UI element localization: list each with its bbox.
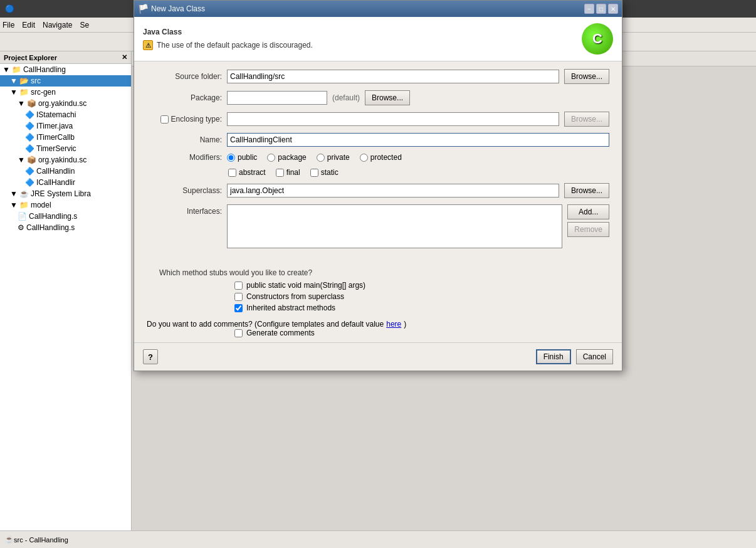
superclass-input[interactable] <box>227 184 559 198</box>
comments-here-link[interactable]: here <box>386 320 401 329</box>
radio-private-label: private <box>317 153 350 162</box>
name-row: Name: <box>147 133 609 147</box>
enclosing-type-browse-button: Browse... <box>564 112 609 127</box>
abstract-check-label: abstract <box>228 168 266 177</box>
generate-comments-checkbox[interactable] <box>234 329 243 337</box>
interfaces-add-button[interactable]: Add... <box>567 204 609 219</box>
radio-package-label: package <box>267 153 306 162</box>
stub-constructors-text: Constructors from superclass <box>246 292 344 301</box>
package-browse-button[interactable]: Browse... <box>365 90 410 105</box>
modifiers-checkboxes: abstract final static <box>147 168 609 177</box>
final-text: final <box>286 168 300 177</box>
name-input[interactable] <box>227 133 609 147</box>
stub-inherited-text: Inherited abstract methods <box>246 303 335 312</box>
dialog-warning: ⚠ The use of the default package is disc… <box>143 40 313 50</box>
source-folder-browse-button[interactable]: Browse... <box>564 69 609 84</box>
stub-main-text: public static void main(String[] args) <box>246 281 365 290</box>
eclipse-logo: C <box>582 23 613 55</box>
source-folder-input[interactable] <box>227 70 559 83</box>
stub-inherited-row: Inherited abstract methods <box>147 303 609 312</box>
source-folder-label: Source folder: <box>147 72 222 81</box>
package-row: Package: (default) Browse... <box>147 90 609 105</box>
radio-protected-text: protected <box>370 153 402 162</box>
dialog-close-button[interactable]: ✕ <box>608 4 618 14</box>
finish-button[interactable]: Finish <box>536 349 571 364</box>
comments-title: Do you want to add comments? (Configure … <box>147 320 384 329</box>
warning-icon: ⚠ <box>143 40 153 50</box>
footer-buttons: Finish Cancel <box>536 349 613 364</box>
generate-comments-row: Generate comments <box>147 329 609 337</box>
dialog-maximize-button[interactable]: □ <box>596 4 606 14</box>
stub-constructors-checkbox[interactable] <box>234 293 243 301</box>
radio-protected[interactable] <box>360 154 368 162</box>
interfaces-remove-button: Remove <box>567 222 609 237</box>
radio-private[interactable] <box>317 154 325 162</box>
superclass-browse-button[interactable]: Browse... <box>564 183 609 198</box>
radio-public[interactable] <box>227 154 235 162</box>
cancel-button[interactable]: Cancel <box>576 349 613 364</box>
interfaces-label: Interfaces: <box>147 204 222 216</box>
package-label: Package: <box>147 93 222 102</box>
radio-package-text: package <box>278 153 306 162</box>
superclass-label: Superclass: <box>147 186 222 195</box>
enclosing-type-input[interactable] <box>227 112 559 126</box>
interfaces-row: Interfaces: Add... Remove <box>147 204 609 248</box>
name-label: Name: <box>147 135 222 144</box>
interfaces-textarea[interactable] <box>227 204 562 248</box>
abstract-checkbox[interactable] <box>228 169 236 177</box>
static-check-label: static <box>310 168 339 177</box>
stub-main-checkbox[interactable] <box>234 282 243 290</box>
dialog-header-left: Java Class ⚠ The use of the default pack… <box>143 28 313 50</box>
package-default-label: (default) <box>332 93 360 102</box>
static-text: static <box>321 168 339 177</box>
dialog-titlebar: 🏳️ New Java Class − □ ✕ <box>134 1 622 17</box>
dialog-header-section: Java Class ⚠ The use of the default pack… <box>134 17 622 61</box>
title-flag-icon: 🏳️ <box>138 4 149 14</box>
comments-section: Do you want to add comments? (Configure … <box>134 317 622 342</box>
enclosing-type-checkbox[interactable] <box>160 115 169 124</box>
form-section: Source folder: Browse... Package: (defau… <box>134 61 622 262</box>
dialog-overlay: 🏳️ New Java Class − □ ✕ Java Class ⚠ The… <box>0 0 756 548</box>
final-checkbox[interactable] <box>276 169 284 177</box>
stub-inherited-checkbox[interactable] <box>234 304 243 312</box>
modifiers-radio-group: public package private protected <box>227 153 609 162</box>
radio-package[interactable] <box>267 154 275 162</box>
dialog-footer: ? Finish Cancel <box>134 342 622 371</box>
dialog-window-controls: − □ ✕ <box>584 4 618 14</box>
generate-comments-text: Generate comments <box>246 329 315 337</box>
stub-main-row: public static void main(String[] args) <box>147 281 609 290</box>
stubs-title: Which method stubs would you like to cre… <box>147 265 609 281</box>
enclosing-type-label: Enclosing type: <box>171 115 222 124</box>
dialog-minimize-button[interactable]: − <box>584 4 594 14</box>
enclosing-type-row: Enclosing type: Browse... <box>147 112 609 127</box>
superclass-row: Superclass: Browse... <box>147 183 609 198</box>
radio-public-text: public <box>238 153 257 162</box>
modifiers-row: Modifiers: public package private <box>147 153 609 162</box>
help-button[interactable]: ? <box>143 349 158 364</box>
method-stubs-section: Which method stubs would you like to cre… <box>134 262 622 317</box>
warning-text: The use of the default package is discou… <box>157 41 313 50</box>
dialog-title: New Java Class <box>151 4 205 13</box>
static-checkbox[interactable] <box>310 169 318 177</box>
abstract-text: abstract <box>239 168 266 177</box>
source-folder-row: Source folder: Browse... <box>147 69 609 84</box>
final-check-label: final <box>276 168 300 177</box>
new-java-class-dialog: 🏳️ New Java Class − □ ✕ Java Class ⚠ The… <box>134 0 622 371</box>
comments-title-row: Do you want to add comments? (Configure … <box>147 320 609 329</box>
java-class-label: Java Class <box>143 28 313 36</box>
comments-title-after: ) <box>404 320 406 329</box>
interfaces-buttons: Add... Remove <box>567 204 609 237</box>
radio-public-label: public <box>227 153 257 162</box>
radio-private-text: private <box>327 153 350 162</box>
dialog-body: Java Class ⚠ The use of the default pack… <box>134 17 622 371</box>
dialog-title-area: 🏳️ New Java Class <box>138 4 205 14</box>
modifiers-label: Modifiers: <box>147 153 222 162</box>
stub-constructors-row: Constructors from superclass <box>147 292 609 301</box>
package-input[interactable] <box>227 91 327 105</box>
radio-protected-label: protected <box>360 153 402 162</box>
